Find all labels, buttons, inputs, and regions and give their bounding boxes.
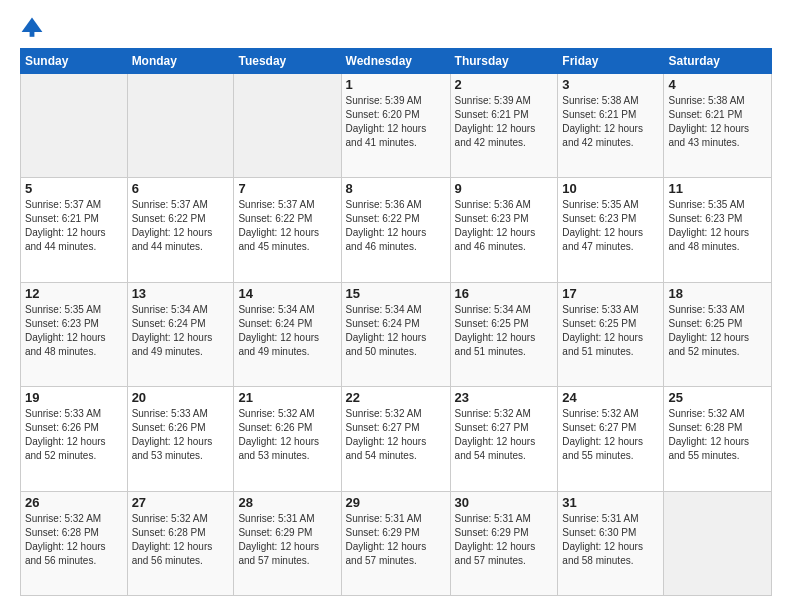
day-number: 27 [132, 495, 230, 510]
calendar-cell: 31Sunrise: 5:31 AMSunset: 6:30 PMDayligh… [558, 491, 664, 595]
calendar-cell: 10Sunrise: 5:35 AMSunset: 6:23 PMDayligh… [558, 178, 664, 282]
day-info: Sunrise: 5:31 AMSunset: 6:30 PMDaylight:… [562, 512, 659, 568]
day-info: Sunrise: 5:32 AMSunset: 6:28 PMDaylight:… [132, 512, 230, 568]
weekday-header: Saturday [664, 49, 772, 74]
weekday-header: Tuesday [234, 49, 341, 74]
day-info: Sunrise: 5:33 AMSunset: 6:26 PMDaylight:… [25, 407, 123, 463]
calendar-cell: 6Sunrise: 5:37 AMSunset: 6:22 PMDaylight… [127, 178, 234, 282]
day-info: Sunrise: 5:35 AMSunset: 6:23 PMDaylight:… [562, 198, 659, 254]
calendar-cell: 12Sunrise: 5:35 AMSunset: 6:23 PMDayligh… [21, 282, 128, 386]
calendar-week-row: 19Sunrise: 5:33 AMSunset: 6:26 PMDayligh… [21, 387, 772, 491]
day-info: Sunrise: 5:38 AMSunset: 6:21 PMDaylight:… [668, 94, 767, 150]
calendar-cell [127, 74, 234, 178]
calendar-week-row: 5Sunrise: 5:37 AMSunset: 6:21 PMDaylight… [21, 178, 772, 282]
calendar-cell [664, 491, 772, 595]
day-info: Sunrise: 5:34 AMSunset: 6:25 PMDaylight:… [455, 303, 554, 359]
svg-rect-1 [30, 30, 35, 36]
calendar-cell: 22Sunrise: 5:32 AMSunset: 6:27 PMDayligh… [341, 387, 450, 491]
weekday-header: Sunday [21, 49, 128, 74]
day-number: 1 [346, 77, 446, 92]
day-number: 8 [346, 181, 446, 196]
day-number: 6 [132, 181, 230, 196]
day-number: 29 [346, 495, 446, 510]
calendar-cell: 30Sunrise: 5:31 AMSunset: 6:29 PMDayligh… [450, 491, 558, 595]
calendar-cell: 24Sunrise: 5:32 AMSunset: 6:27 PMDayligh… [558, 387, 664, 491]
calendar-table: SundayMondayTuesdayWednesdayThursdayFrid… [20, 48, 772, 596]
weekday-header: Wednesday [341, 49, 450, 74]
day-number: 21 [238, 390, 336, 405]
day-number: 22 [346, 390, 446, 405]
day-info: Sunrise: 5:32 AMSunset: 6:27 PMDaylight:… [346, 407, 446, 463]
day-number: 16 [455, 286, 554, 301]
weekday-header: Friday [558, 49, 664, 74]
day-number: 31 [562, 495, 659, 510]
calendar-week-row: 26Sunrise: 5:32 AMSunset: 6:28 PMDayligh… [21, 491, 772, 595]
calendar-cell [234, 74, 341, 178]
day-number: 12 [25, 286, 123, 301]
day-info: Sunrise: 5:34 AMSunset: 6:24 PMDaylight:… [346, 303, 446, 359]
header [20, 16, 772, 40]
day-number: 20 [132, 390, 230, 405]
day-number: 17 [562, 286, 659, 301]
day-number: 11 [668, 181, 767, 196]
day-info: Sunrise: 5:32 AMSunset: 6:28 PMDaylight:… [25, 512, 123, 568]
day-number: 10 [562, 181, 659, 196]
calendar-cell: 23Sunrise: 5:32 AMSunset: 6:27 PMDayligh… [450, 387, 558, 491]
day-info: Sunrise: 5:36 AMSunset: 6:23 PMDaylight:… [455, 198, 554, 254]
calendar-cell: 26Sunrise: 5:32 AMSunset: 6:28 PMDayligh… [21, 491, 128, 595]
day-number: 28 [238, 495, 336, 510]
calendar-cell: 19Sunrise: 5:33 AMSunset: 6:26 PMDayligh… [21, 387, 128, 491]
weekday-header-row: SundayMondayTuesdayWednesdayThursdayFrid… [21, 49, 772, 74]
day-number: 5 [25, 181, 123, 196]
calendar-cell: 13Sunrise: 5:34 AMSunset: 6:24 PMDayligh… [127, 282, 234, 386]
day-info: Sunrise: 5:37 AMSunset: 6:22 PMDaylight:… [132, 198, 230, 254]
day-info: Sunrise: 5:32 AMSunset: 6:28 PMDaylight:… [668, 407, 767, 463]
day-number: 30 [455, 495, 554, 510]
calendar-cell: 9Sunrise: 5:36 AMSunset: 6:23 PMDaylight… [450, 178, 558, 282]
day-info: Sunrise: 5:31 AMSunset: 6:29 PMDaylight:… [455, 512, 554, 568]
day-info: Sunrise: 5:32 AMSunset: 6:27 PMDaylight:… [562, 407, 659, 463]
day-info: Sunrise: 5:34 AMSunset: 6:24 PMDaylight:… [132, 303, 230, 359]
day-number: 9 [455, 181, 554, 196]
calendar-cell: 17Sunrise: 5:33 AMSunset: 6:25 PMDayligh… [558, 282, 664, 386]
calendar-week-row: 12Sunrise: 5:35 AMSunset: 6:23 PMDayligh… [21, 282, 772, 386]
svg-marker-0 [22, 18, 43, 32]
calendar-cell: 3Sunrise: 5:38 AMSunset: 6:21 PMDaylight… [558, 74, 664, 178]
day-number: 13 [132, 286, 230, 301]
day-info: Sunrise: 5:36 AMSunset: 6:22 PMDaylight:… [346, 198, 446, 254]
day-info: Sunrise: 5:32 AMSunset: 6:27 PMDaylight:… [455, 407, 554, 463]
calendar-cell: 11Sunrise: 5:35 AMSunset: 6:23 PMDayligh… [664, 178, 772, 282]
day-number: 3 [562, 77, 659, 92]
day-info: Sunrise: 5:32 AMSunset: 6:26 PMDaylight:… [238, 407, 336, 463]
day-info: Sunrise: 5:33 AMSunset: 6:25 PMDaylight:… [562, 303, 659, 359]
day-info: Sunrise: 5:34 AMSunset: 6:24 PMDaylight:… [238, 303, 336, 359]
day-info: Sunrise: 5:35 AMSunset: 6:23 PMDaylight:… [25, 303, 123, 359]
day-number: 24 [562, 390, 659, 405]
day-info: Sunrise: 5:33 AMSunset: 6:26 PMDaylight:… [132, 407, 230, 463]
day-number: 23 [455, 390, 554, 405]
day-number: 18 [668, 286, 767, 301]
calendar-cell: 2Sunrise: 5:39 AMSunset: 6:21 PMDaylight… [450, 74, 558, 178]
day-number: 25 [668, 390, 767, 405]
calendar-cell: 28Sunrise: 5:31 AMSunset: 6:29 PMDayligh… [234, 491, 341, 595]
day-number: 26 [25, 495, 123, 510]
day-info: Sunrise: 5:38 AMSunset: 6:21 PMDaylight:… [562, 94, 659, 150]
day-number: 19 [25, 390, 123, 405]
calendar-cell: 7Sunrise: 5:37 AMSunset: 6:22 PMDaylight… [234, 178, 341, 282]
calendar-cell: 5Sunrise: 5:37 AMSunset: 6:21 PMDaylight… [21, 178, 128, 282]
day-info: Sunrise: 5:33 AMSunset: 6:25 PMDaylight:… [668, 303, 767, 359]
calendar-page: SundayMondayTuesdayWednesdayThursdayFrid… [0, 0, 792, 612]
day-info: Sunrise: 5:35 AMSunset: 6:23 PMDaylight:… [668, 198, 767, 254]
calendar-cell: 14Sunrise: 5:34 AMSunset: 6:24 PMDayligh… [234, 282, 341, 386]
day-info: Sunrise: 5:39 AMSunset: 6:20 PMDaylight:… [346, 94, 446, 150]
calendar-cell: 25Sunrise: 5:32 AMSunset: 6:28 PMDayligh… [664, 387, 772, 491]
day-number: 15 [346, 286, 446, 301]
day-number: 14 [238, 286, 336, 301]
logo-icon [20, 16, 44, 40]
calendar-cell: 21Sunrise: 5:32 AMSunset: 6:26 PMDayligh… [234, 387, 341, 491]
day-info: Sunrise: 5:31 AMSunset: 6:29 PMDaylight:… [346, 512, 446, 568]
day-number: 4 [668, 77, 767, 92]
weekday-header: Thursday [450, 49, 558, 74]
day-number: 2 [455, 77, 554, 92]
weekday-header: Monday [127, 49, 234, 74]
